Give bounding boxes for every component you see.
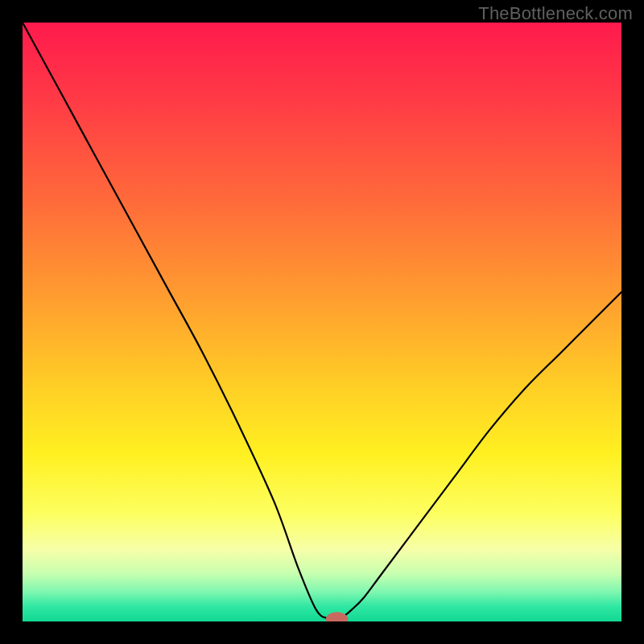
plot-area [23,23,621,621]
chart-svg [23,23,621,621]
watermark-text: TheBottleneck.com [478,3,633,24]
gradient-background [23,23,621,621]
chart-frame: TheBottleneck.com [0,0,644,644]
